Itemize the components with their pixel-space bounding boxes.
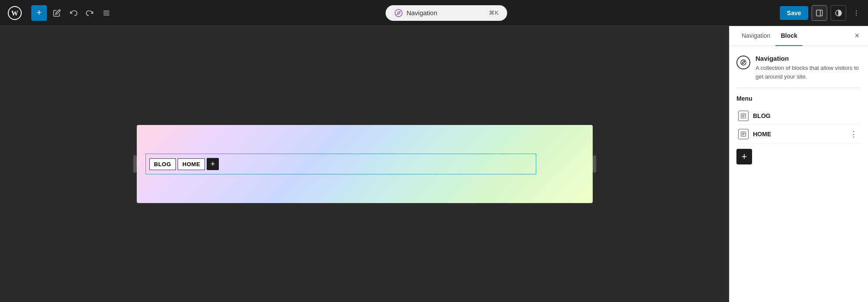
menu-item-home-more-button[interactable]: ⋮	[848, 128, 859, 140]
svg-point-10	[856, 10, 857, 11]
more-options-button[interactable]	[850, 7, 863, 20]
contrast-button[interactable]	[831, 5, 846, 21]
wp-logo[interactable]: W	[5, 3, 24, 23]
menu-item-home[interactable]: HOME ⋮	[736, 125, 861, 144]
edit-button[interactable]	[50, 7, 63, 20]
menu-item-blog[interactable]: BLOG	[736, 107, 861, 125]
svg-point-12	[856, 15, 857, 16]
panel-block-description: A collection of blocks that allow visito…	[756, 64, 861, 81]
canvas-block: BLOG HOME +	[137, 125, 593, 203]
svg-text:W: W	[11, 10, 18, 17]
panel-block-icon	[736, 56, 750, 69]
sidebar-toggle-button[interactable]	[812, 5, 827, 21]
right-panel: Navigation Block × Navigation A collecti	[729, 26, 868, 302]
command-pill-label: Navigation	[406, 9, 437, 16]
pencil-icon	[53, 9, 61, 17]
redo-button[interactable]	[83, 7, 96, 20]
panel-block-info: Navigation A collection of blocks that a…	[756, 55, 861, 81]
nav-add-button[interactable]: +	[207, 158, 219, 170]
navigation-block-icon	[740, 59, 747, 66]
menu-item-blog-label: BLOG	[753, 112, 859, 119]
svg-point-11	[856, 12, 857, 13]
toolbar: W +	[0, 0, 868, 26]
undo-icon	[69, 9, 77, 17]
ellipsis-vertical-icon	[852, 9, 860, 17]
contrast-icon	[835, 9, 842, 17]
plus-icon: +	[36, 8, 42, 18]
menu-item-blog-icon	[738, 111, 749, 121]
list-icon	[102, 9, 110, 17]
svg-marker-14	[742, 61, 745, 64]
add-menu-item-button[interactable]: +	[736, 149, 752, 164]
tab-navigation[interactable]: Navigation	[736, 26, 776, 46]
navigation-circle-icon	[394, 9, 403, 17]
toolbar-center: Navigation ⌘K	[116, 5, 776, 21]
main-area: BLOG HOME + Navigation Block ×	[0, 26, 868, 302]
redo-icon	[86, 9, 94, 17]
svg-point-13	[741, 60, 746, 65]
panel-block-title: Navigation	[756, 55, 861, 62]
svg-rect-7	[816, 10, 822, 16]
tab-block[interactable]: Block	[776, 26, 802, 46]
svg-marker-6	[397, 11, 400, 14]
svg-point-5	[395, 9, 403, 16]
list-view-button[interactable]	[100, 7, 113, 20]
nav-container[interactable]: BLOG HOME +	[145, 154, 536, 174]
command-shortcut: ⌘K	[489, 10, 498, 16]
canvas-area: BLOG HOME +	[0, 26, 729, 302]
command-pill[interactable]: Navigation ⌘K	[386, 5, 507, 21]
resize-handle-left[interactable]	[133, 155, 137, 173]
panel-content: Navigation A collection of blocks that a…	[729, 46, 868, 173]
menu-section-title: Menu	[736, 95, 861, 102]
panel-block-header: Navigation A collection of blocks that a…	[736, 55, 861, 81]
panel-close-button[interactable]: ×	[853, 30, 861, 42]
toolbar-right: Save	[780, 5, 863, 21]
undo-button[interactable]	[67, 7, 80, 20]
menu-item-home-icon	[738, 129, 749, 139]
sidebar-icon	[815, 9, 823, 17]
panel-divider	[736, 88, 861, 88]
add-block-button[interactable]: +	[31, 5, 47, 21]
resize-handle-right[interactable]	[593, 155, 596, 173]
panel-tabs: Navigation Block ×	[729, 26, 868, 46]
save-button[interactable]: Save	[780, 6, 808, 20]
menu-item-home-label: HOME	[753, 131, 844, 138]
nav-item-blog[interactable]: BLOG	[149, 158, 176, 170]
nav-item-home[interactable]: HOME	[178, 158, 205, 170]
command-pill-left: Navigation	[394, 9, 437, 17]
